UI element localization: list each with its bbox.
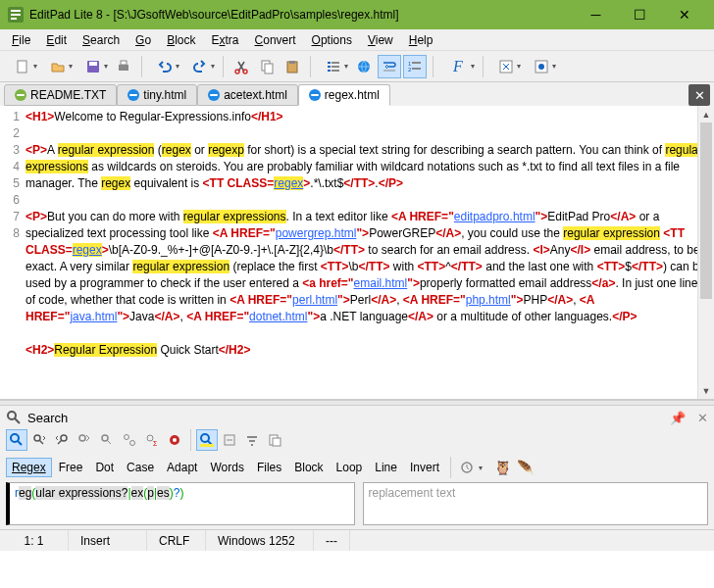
- instant-button[interactable]: [164, 429, 185, 451]
- search-options: Regex Free Dot Case Adapt Words Files Bl…: [6, 455, 708, 480]
- svg-rect-23: [412, 62, 421, 64]
- opt-dot[interactable]: Dot: [89, 458, 120, 477]
- menu-file[interactable]: File: [6, 31, 36, 49]
- line-gutter: 123 4 5 6 78: [0, 106, 24, 399]
- status-eol[interactable]: CRLF: [147, 530, 206, 551]
- cut-button[interactable]: [230, 55, 253, 78]
- menu-view[interactable]: View: [362, 31, 399, 49]
- regexbuddy-button[interactable]: 🦉: [492, 457, 514, 478]
- count-button[interactable]: Σ: [141, 429, 163, 451]
- status-extra: ---: [314, 530, 350, 551]
- paste-button[interactable]: [280, 55, 304, 78]
- svg-rect-17: [328, 66, 331, 68]
- list-button[interactable]: ▾: [317, 55, 350, 78]
- wordwrap-button[interactable]: [378, 55, 401, 78]
- find-first-button[interactable]: [6, 429, 27, 451]
- vertical-scrollbar[interactable]: ▲ ▼: [697, 106, 714, 399]
- opt-invert[interactable]: Invert: [404, 458, 445, 477]
- replace-button[interactable]: [74, 429, 95, 451]
- replace-next-button[interactable]: [96, 429, 118, 451]
- open-button[interactable]: ▾: [41, 55, 75, 78]
- minimize-button[interactable]: ─: [574, 0, 618, 29]
- tab-acetext[interactable]: acetext.html: [197, 84, 298, 106]
- svg-rect-14: [289, 61, 295, 64]
- svg-line-39: [107, 440, 111, 444]
- svg-rect-4: [18, 61, 26, 73]
- svg-rect-3: [11, 18, 17, 20]
- close-search-icon[interactable]: ✕: [697, 411, 708, 425]
- search-input[interactable]: reg(ular expressions?|ex(p|es)?): [6, 482, 355, 525]
- svg-rect-51: [247, 436, 257, 438]
- file-icon: [309, 89, 321, 101]
- maximize-button[interactable]: ☐: [618, 0, 662, 29]
- opt-files[interactable]: Files: [251, 458, 287, 477]
- svg-text:2: 2: [408, 67, 412, 73]
- tab-regex[interactable]: regex.html: [298, 84, 390, 106]
- browser-button[interactable]: [352, 55, 376, 78]
- menu-edit[interactable]: Edit: [40, 31, 73, 49]
- search-header-label: Search: [27, 411, 68, 425]
- svg-text:Σ: Σ: [153, 440, 158, 447]
- redo-button[interactable]: ▾: [183, 55, 217, 78]
- tab-tiny[interactable]: tiny.html: [117, 84, 197, 106]
- svg-rect-55: [273, 438, 280, 446]
- copy-button[interactable]: [255, 55, 279, 78]
- save-button[interactable]: ▾: [76, 55, 110, 78]
- svg-rect-1: [11, 10, 21, 12]
- svg-rect-19: [328, 70, 331, 72]
- menu-extra[interactable]: Extra: [206, 31, 245, 49]
- scroll-up-arrow[interactable]: ▲: [698, 106, 714, 122]
- menu-options[interactable]: Options: [306, 31, 358, 49]
- find-next-button[interactable]: [28, 429, 50, 451]
- search-icon: [6, 410, 22, 425]
- menu-search[interactable]: Search: [76, 31, 126, 49]
- svg-rect-16: [332, 62, 339, 64]
- copy-matches-button[interactable]: [264, 429, 285, 451]
- tab-label: tiny.html: [143, 88, 186, 102]
- svg-rect-12: [265, 64, 273, 74]
- highlight-button[interactable]: [196, 429, 218, 451]
- pin-icon[interactable]: 📌: [670, 411, 686, 425]
- replace-all-button[interactable]: [119, 429, 140, 451]
- opt-regex[interactable]: Regex: [6, 458, 52, 477]
- tab-close-button[interactable]: ✕: [688, 84, 710, 106]
- tools2-button[interactable]: ▾: [525, 55, 558, 78]
- menu-convert[interactable]: Convert: [249, 31, 302, 49]
- find-prev-button[interactable]: [51, 429, 73, 451]
- status-encoding[interactable]: Windows 1252: [206, 530, 314, 551]
- close-button[interactable]: ✕: [662, 0, 706, 29]
- tab-label: regex.html: [325, 88, 380, 102]
- menu-go[interactable]: Go: [129, 31, 157, 49]
- code-content[interactable]: <H1>Welcome to Regular-Expressions.info<…: [24, 106, 714, 399]
- scroll-thumb[interactable]: [700, 122, 712, 299]
- new-button[interactable]: ▾: [6, 55, 39, 78]
- svg-rect-20: [332, 70, 339, 72]
- history-button[interactable]: [456, 457, 478, 478]
- opt-case[interactable]: Case: [121, 458, 160, 477]
- tab-readme[interactable]: README.TXT: [4, 84, 117, 106]
- status-position[interactable]: 1: 1: [0, 530, 69, 551]
- opt-adapt[interactable]: Adapt: [161, 458, 203, 477]
- linenumbers-button[interactable]: 12: [403, 55, 427, 78]
- opt-line[interactable]: Line: [369, 458, 403, 477]
- opt-words[interactable]: Words: [204, 458, 249, 477]
- svg-rect-7: [119, 65, 128, 71]
- status-mode[interactable]: Insert: [69, 530, 147, 551]
- svg-line-36: [58, 440, 62, 444]
- replace-input[interactable]: replacement text: [363, 482, 709, 525]
- filter-button[interactable]: [241, 429, 263, 451]
- regexmagic-button[interactable]: 🪶: [515, 457, 536, 478]
- tools1-button[interactable]: ▾: [489, 55, 523, 78]
- opt-free[interactable]: Free: [53, 458, 89, 477]
- opt-block[interactable]: Block: [288, 458, 329, 477]
- opt-loop[interactable]: Loop: [331, 458, 369, 477]
- scroll-down-arrow[interactable]: ▼: [698, 382, 714, 399]
- editor-area[interactable]: 123 4 5 6 78 <H1>Welcome to Regular-Expr…: [0, 106, 714, 400]
- font-button[interactable]: F▾: [439, 55, 477, 78]
- toolbar: ▾ ▾ ▾ ▾ ▾ ▾ 12 F▾ ▾ ▾: [0, 51, 714, 82]
- print-button[interactable]: [112, 55, 135, 78]
- menu-block[interactable]: Block: [161, 31, 201, 49]
- undo-button[interactable]: ▾: [148, 55, 181, 78]
- fold-button[interactable]: [219, 429, 240, 451]
- menu-help[interactable]: Help: [403, 31, 439, 49]
